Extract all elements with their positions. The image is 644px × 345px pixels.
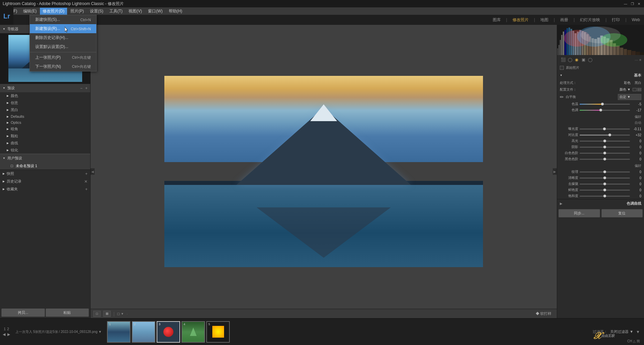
whites-row: 白色色阶 0 (557, 150, 644, 156)
texture-track[interactable] (580, 171, 630, 172)
menu-tools[interactable]: 工具(T) (107, 8, 125, 15)
nav-module-map[interactable]: 地图 (540, 17, 548, 23)
menu-window[interactable]: 窗口(W) (145, 8, 165, 15)
user-preset-item[interactable]: □未命名预设 1 (0, 162, 90, 169)
reset-button[interactable]: 复位 (601, 209, 643, 217)
filmstrip-next-arrow[interactable]: ▶ (7, 332, 10, 337)
preset-group-grain[interactable]: ▶ 颗粒 (0, 133, 90, 140)
single-view-btn[interactable]: □ (93, 311, 101, 317)
presets-header[interactable]: ▼ 预设 − + (0, 84, 90, 92)
date-dropdown[interactable]: □ ▼ (117, 312, 124, 316)
snapshots-plus[interactable]: + (85, 171, 88, 176)
nav-module-develop[interactable]: 修改照片 (513, 17, 529, 23)
color-icon[interactable]: ◉ (573, 56, 580, 63)
whites-track[interactable] (580, 153, 630, 154)
history-section[interactable]: ▶ 历史记录 ✕ (0, 178, 90, 185)
preset-group-vignette[interactable]: ▶ 暗角 (0, 126, 90, 133)
history-x[interactable]: ✕ (84, 179, 88, 184)
paste-button[interactable]: 粘贴 (46, 308, 89, 317)
color-temp-track[interactable] (580, 104, 630, 105)
svg-rect-25 (616, 46, 620, 55)
original-photo-checkbox[interactable] (560, 66, 564, 70)
close-button[interactable]: ✕ (637, 1, 641, 6)
user-presets-section: ▼ 用户预设 □未命名预设 1 (0, 154, 90, 169)
preset-group-colors[interactable]: ▶ 颜色 (0, 92, 90, 99)
copy-button[interactable]: 拷贝... (1, 308, 45, 317)
nav-module-web[interactable]: Web (632, 17, 640, 22)
softproof-btn[interactable]: ◆ 软打样 (533, 310, 554, 317)
tone-icon[interactable]: ◯ (567, 56, 573, 63)
preset-group-defaults[interactable]: ▶ Defaults (0, 113, 90, 119)
grid-icon[interactable] (633, 88, 637, 91)
menu-edit[interactable]: 编辑(E) (20, 8, 39, 15)
shadows-row: 阴影 0 (557, 144, 644, 150)
preset-group-sharpening[interactable]: ▶ 锐化 (0, 147, 90, 154)
nav-module-book[interactable]: 画册 (560, 17, 568, 23)
wb-dropdown[interactable]: 自定 ▼ (618, 94, 641, 100)
grid-view-btn[interactable]: ⊞ (103, 311, 111, 317)
dropdown-delete-history[interactable]: 删除历史记录(H)... (30, 33, 96, 42)
clarity-row: 清晰度 0 (557, 175, 644, 181)
collections-plus[interactable]: + (85, 187, 88, 192)
exposure-track[interactable] (580, 129, 630, 130)
restore-button[interactable]: ❐ (630, 1, 635, 6)
pencil-icon[interactable]: ✏ (560, 94, 564, 100)
preset-group-curves[interactable]: ▶ 曲线 (0, 140, 90, 147)
blacks-track[interactable] (580, 159, 630, 160)
nav-module-print[interactable]: 打印 (612, 17, 620, 23)
profile-value[interactable]: 颜色 ▼ (620, 87, 631, 92)
user-presets-header[interactable]: ▼ 用户预设 (0, 154, 90, 162)
filmstrip-num-2[interactable]: 2 (7, 327, 9, 331)
preset-group-bw[interactable]: ▶ 黑白 (0, 106, 90, 113)
presets-plus[interactable]: + (85, 86, 88, 91)
filmstrip-info: 上一次导入 5张照片/选定5张 / 2022-10-04_093128.png … (13, 330, 104, 334)
tone-curve-header[interactable]: ▶ 色调曲线 (557, 199, 644, 208)
left-collapse-arrow[interactable]: ◀ (91, 168, 95, 175)
treatment-bw[interactable]: 黑白 (635, 81, 641, 85)
filter-icon[interactable]: ▼ (636, 330, 640, 334)
film-thumb-5[interactable]: 5 (206, 321, 230, 343)
clarity-track[interactable] (580, 178, 630, 179)
sync-button[interactable]: 同步... (558, 209, 600, 217)
dropdown-next-photo[interactable]: 下一张照片(N) Ctrl+向右键 (30, 62, 96, 71)
nav-module-slideshow[interactable]: 幻灯片放映 (580, 17, 600, 23)
menu-photo[interactable]: 照片(P) (68, 8, 87, 15)
nav-module-library[interactable]: 图库 (493, 17, 501, 23)
filmstrip-prev-arrow[interactable]: ◀ (3, 332, 5, 337)
preset-group-creative[interactable]: ▶ 创意 (0, 99, 90, 106)
collections-section[interactable]: ▶ 收藏夹 + (0, 185, 90, 193)
shadows-track[interactable] (580, 147, 630, 148)
ch-text: CH △ 简 (627, 339, 640, 344)
right-collapse-arrow[interactable]: ▶ (553, 168, 557, 175)
film-thumb-3[interactable]: 3 (157, 321, 180, 343)
menu-view[interactable]: 视图(V) (126, 8, 145, 15)
film-thumb-4[interactable]: 4 (181, 321, 205, 343)
detail-icon[interactable]: ▣ (580, 56, 587, 63)
dropdown-prev-photo[interactable]: 上一张照片(P) Ctrl+向左键 (30, 53, 96, 62)
photo-container (91, 25, 557, 318)
minimize-button[interactable]: — (623, 1, 628, 6)
treatment-color[interactable]: 彩色 (624, 81, 631, 85)
menu-settings[interactable]: 设置(S) (87, 8, 106, 15)
film-thumb-2[interactable]: 2 (132, 321, 155, 343)
menu-help[interactable]: 帮助(H) (166, 8, 185, 15)
dropdown-new-snapshot[interactable]: 新建快照(S)... Ctrl+N (30, 15, 96, 24)
histogram-icon[interactable]: ⬛ (560, 56, 567, 63)
snapshots-section[interactable]: ▶ 快照 + (0, 170, 90, 178)
dropdown-set-default[interactable]: 设置默认设置(D)... (30, 42, 96, 51)
dropdown-new-preset[interactable]: 新建预设(R)... Ctrl+Shift+N (30, 24, 96, 33)
highlights-track[interactable] (580, 141, 630, 142)
filmstrip-num-1[interactable]: 1 (4, 327, 6, 331)
preset-group-optics[interactable]: ▶ Optics (0, 119, 90, 126)
menu-develop[interactable]: 修改照片(D) (40, 8, 67, 15)
lens-icon[interactable]: ◯ (587, 56, 593, 63)
presets-minus[interactable]: − (80, 86, 83, 91)
dehaze-track[interactable] (580, 184, 630, 185)
saturation-track[interactable] (580, 196, 630, 197)
film-thumb-1[interactable]: 1 (107, 321, 130, 343)
basic-header[interactable]: ▼ 基本 (557, 71, 644, 80)
grid2-icon[interactable] (637, 88, 641, 91)
vibrance-track[interactable] (580, 190, 630, 191)
color-tint-track[interactable] (580, 110, 630, 111)
contrast-track[interactable] (580, 135, 630, 136)
